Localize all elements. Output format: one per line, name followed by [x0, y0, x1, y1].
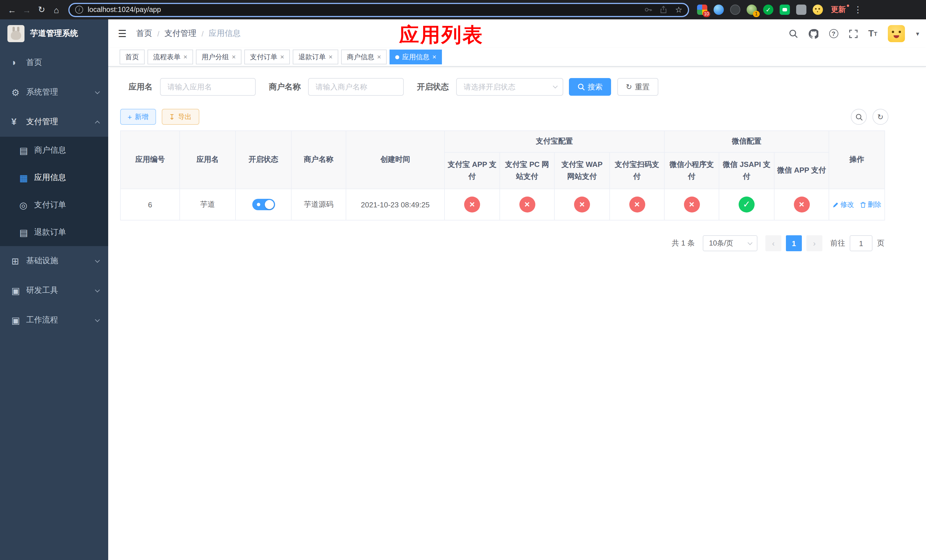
- reset-button[interactable]: ↻ 重置: [617, 78, 658, 96]
- profile-extension-icon[interactable]: 1: [747, 5, 757, 15]
- breadcrumb-section[interactable]: 支付管理: [165, 29, 197, 39]
- goto-input[interactable]: [850, 235, 873, 251]
- collapse-sidebar-icon[interactable]: ☰: [118, 28, 127, 39]
- grid-icon: ▦: [20, 173, 34, 183]
- col-header-status: 开启状态: [236, 131, 291, 189]
- sidebar-item-system[interactable]: ⚙ 系统管理: [0, 77, 108, 107]
- chat-extension-icon[interactable]: [780, 5, 790, 15]
- check-extension-icon[interactable]: ✓: [763, 5, 773, 15]
- dashboard-icon: ◗: [11, 58, 26, 68]
- sidebar-item-payment[interactable]: ¥ 支付管理: [0, 107, 108, 137]
- table-toolbar: + 新增 ↧ 导出 ↻: [120, 109, 926, 125]
- chevron-down-icon: [95, 288, 100, 292]
- user-avatar[interactable]: [888, 25, 905, 42]
- browser-menu-icon[interactable]: ⋮: [854, 5, 862, 15]
- status-select[interactable]: 请选择开启状态: [456, 78, 563, 96]
- goto-label: 前往: [830, 238, 845, 248]
- password-key-icon[interactable]: [645, 6, 652, 14]
- share-icon[interactable]: [660, 6, 668, 14]
- dev-tools-icon: ▣: [11, 285, 26, 296]
- enabled-switch[interactable]: [252, 199, 275, 210]
- tab-pay-order[interactable]: 支付订单×: [244, 50, 290, 64]
- back-icon[interactable]: ←: [5, 5, 20, 15]
- add-button[interactable]: + 新增: [120, 109, 156, 125]
- search-icon[interactable]: [788, 29, 797, 38]
- search-button[interactable]: 搜索: [569, 78, 611, 96]
- bookmark-star-icon[interactable]: ☆: [675, 6, 682, 14]
- app-table-wrap: 应用编号 应用名 开启状态 商户名称 创建时间 支付宝配置 微信配置 操作 支付…: [120, 130, 884, 221]
- hide-search-button[interactable]: [851, 109, 867, 125]
- next-page-button[interactable]: ›: [806, 235, 822, 251]
- puzzle-extension-icon[interactable]: [796, 5, 806, 15]
- github-icon[interactable]: [808, 29, 818, 38]
- page-1-button[interactable]: 1: [786, 235, 802, 251]
- close-icon[interactable]: ×: [377, 53, 381, 61]
- app-table: 应用编号 应用名 开启状态 商户名称 创建时间 支付宝配置 微信配置 操作 支付…: [120, 130, 885, 221]
- alipay-pc-status-icon: ×: [519, 197, 535, 212]
- app-title: 芋道管理系统: [30, 29, 78, 39]
- chevron-down-icon[interactable]: ▾: [916, 30, 919, 37]
- export-button[interactable]: ↧ 导出: [162, 109, 199, 125]
- app-logo: [8, 25, 24, 42]
- prev-page-button[interactable]: ‹: [766, 235, 781, 251]
- card-icon: ▤: [20, 145, 34, 156]
- profile-badge: 1: [753, 11, 760, 17]
- col-header-wechat-app: 微信 APP 支付: [774, 152, 829, 189]
- close-icon[interactable]: ×: [280, 53, 284, 61]
- sidebar-subitem-app-info[interactable]: ▦ 应用信息: [0, 164, 108, 191]
- close-icon[interactable]: ×: [183, 53, 188, 61]
- gear-icon: ⚙: [11, 87, 26, 98]
- app-id-cell: 6: [121, 189, 180, 220]
- address-bar[interactable]: i localhost:1024/pay/app ☆: [68, 3, 689, 17]
- wechat-jsapi-status-icon: ✓: [738, 197, 755, 212]
- sidebar-subitem-refund-order[interactable]: ▤ 退款订单: [0, 219, 108, 246]
- tab-user-group[interactable]: 用户分组×: [196, 50, 242, 64]
- sidebar-item-infrastructure[interactable]: ⊞ 基础设施: [0, 246, 108, 276]
- tab-home[interactable]: 首页: [120, 50, 145, 64]
- breadcrumb-page: 应用信息: [209, 29, 241, 39]
- col-header-merchant: 商户名称: [291, 131, 346, 189]
- close-icon[interactable]: ×: [432, 53, 436, 61]
- reload-icon[interactable]: ↻: [34, 5, 49, 15]
- page-suffix: 页: [877, 238, 884, 248]
- sidebar-item-dev-tools[interactable]: ▣ 研发工具: [0, 276, 108, 305]
- help-icon[interactable]: ?: [829, 29, 838, 38]
- sidebar-subitem-pay-order[interactable]: ◎ 支付订单: [0, 191, 108, 219]
- merchant-name-label: 商户名称: [269, 82, 301, 92]
- refresh-table-button[interactable]: ↻: [873, 109, 888, 125]
- home-icon[interactable]: ⌂: [49, 5, 64, 15]
- tab-app-info[interactable]: 应用信息×: [390, 50, 442, 64]
- extensions-grid-icon[interactable]: 10: [697, 5, 707, 15]
- order-icon: ◎: [20, 200, 34, 210]
- sidebar-item-workflow[interactable]: ▣ 工作流程: [0, 305, 108, 335]
- merchant-name-input[interactable]: [308, 78, 404, 96]
- dark-extension-icon[interactable]: [730, 5, 740, 15]
- sidebar-subitem-merchant-info[interactable]: ▤ 商户信息: [0, 137, 108, 164]
- payment-submenu: ▤ 商户信息 ▦ 应用信息 ◎ 支付订单 ▤ 退款订单: [0, 137, 108, 246]
- app-name-input[interactable]: [160, 78, 256, 96]
- tab-refund-order[interactable]: 退款订单×: [293, 50, 338, 64]
- sidebar-item-home[interactable]: ◗ 首页: [0, 48, 108, 77]
- tab-merchant-info[interactable]: 商户信息×: [341, 50, 387, 64]
- chrome-update-button[interactable]: 更新: [831, 5, 848, 15]
- edit-link[interactable]: 修改: [832, 200, 854, 209]
- alipay-qr-status-icon: ×: [629, 197, 645, 212]
- screen: ← → ↻ ⌂ i localhost:1024/pay/app ☆ 10 1 …: [0, 0, 926, 560]
- site-info-icon[interactable]: i: [75, 6, 83, 14]
- font-size-icon[interactable]: TT: [868, 29, 877, 39]
- emoji-extension-icon[interactable]: [813, 5, 823, 15]
- delete-link[interactable]: 删除: [859, 200, 881, 209]
- close-icon[interactable]: ×: [328, 53, 333, 61]
- chevron-down-icon: [95, 258, 100, 263]
- col-header-alipay-qr: 支付宝扫码支付: [610, 152, 664, 189]
- drop-extension-icon[interactable]: [714, 5, 724, 15]
- plus-icon: +: [127, 113, 132, 121]
- breadcrumb-home[interactable]: 首页: [136, 29, 152, 39]
- fullscreen-icon[interactable]: [849, 29, 857, 38]
- chevron-down-icon: [95, 317, 100, 322]
- wechat-mini-status-icon: ×: [684, 197, 700, 212]
- page-size-select[interactable]: 10条/页: [703, 235, 757, 251]
- forward-icon[interactable]: →: [20, 5, 34, 15]
- tab-process-form[interactable]: 流程表单×: [147, 50, 193, 64]
- close-icon[interactable]: ×: [232, 53, 236, 61]
